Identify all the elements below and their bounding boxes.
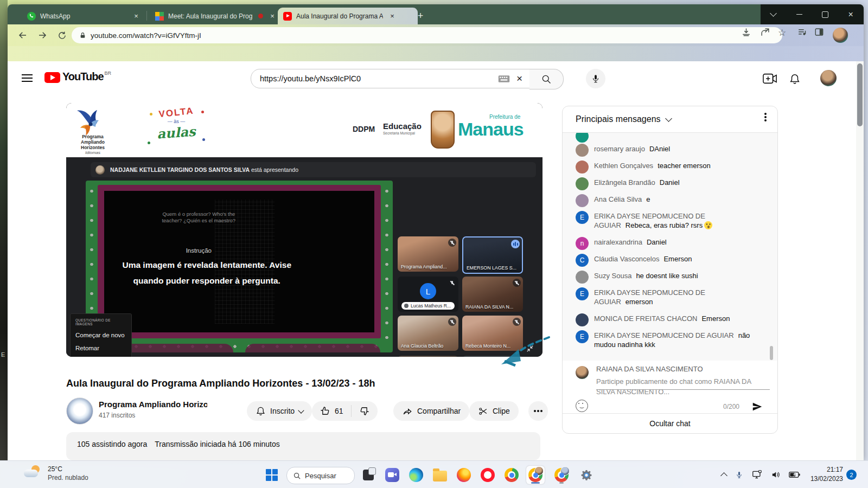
chrome-profile-1-active[interactable] [526,466,545,484]
taskbar-clock[interactable]: 21:17 13/02/2023 [802,465,843,484]
bookmark-star-icon[interactable]: ☆ [778,27,789,38]
chat-author[interactable]: Ana Célia Silva [594,195,642,203]
subscribed-button[interactable]: Inscrito [247,401,312,421]
tab-youtube-active[interactable]: Aula Inaugural do Programa Amp × [278,8,418,24]
media-controls-icon[interactable] [797,27,808,38]
hidden-icons-chevron[interactable] [720,472,727,479]
task-view-button[interactable] [359,466,378,484]
new-tab-button[interactable]: + [413,9,427,23]
chevron-down-icon[interactable] [665,115,672,122]
chat-author[interactable]: MONICA DE FREITAS CHACON [594,314,697,323]
avatar[interactable] [576,144,589,157]
file-explorer-icon[interactable] [431,466,449,484]
chat-message-list[interactable]: rosemary araujoDAniel Kethlen Gonçalvest… [563,133,777,361]
notification-badge[interactable]: 2 [846,470,857,480]
chat-scrollbar[interactable] [770,346,773,360]
chat-author[interactable]: ERIKA DAYSE NEPOMUCENO DE AGUIAR [594,331,734,339]
url-text[interactable]: youtube.com/watch?v=iGfVYftm-jI [91,31,201,40]
avatar[interactable]: E [576,287,589,300]
address-bar[interactable]: youtube.com/watch?v=iGfVYftm-jI [72,27,782,43]
reload-button[interactable] [55,29,68,42]
avatar[interactable] [576,194,589,207]
video-title: Aula Inaugural do Programa Ampliando Hor… [66,378,522,389]
tray-mic-icon[interactable] [735,471,743,479]
install-icon[interactable] [741,27,752,38]
browser-menu-icon[interactable] [852,30,863,41]
chat-author[interactable]: Kethlen Gonçalves [594,162,653,170]
chrome-profile-2[interactable] [552,466,571,484]
avatar[interactable] [576,271,589,284]
tab-close-icon[interactable]: × [131,11,141,21]
browser-profile-avatar[interactable] [833,28,848,43]
chat-author[interactable]: Suzy Sousa [594,272,631,280]
avatar[interactable] [576,177,589,190]
avatar[interactable]: E [576,330,589,343]
maximize-button[interactable] [812,4,838,24]
tab-whatsapp[interactable]: WhatsApp × [22,8,154,24]
keyboard-icon[interactable] [498,75,510,83]
like-button[interactable]: 61 [312,401,351,421]
hide-chat-button[interactable]: Ocultar chat [563,413,777,433]
clear-search-icon[interactable]: × [516,73,522,85]
guide-menu-icon[interactable] [22,74,33,82]
create-video-icon[interactable] [763,73,777,84]
account-avatar[interactable] [820,70,837,86]
chat-input-field[interactable]: Participe publicamente do chat como RAIA… [596,376,759,397]
search-button[interactable] [529,69,564,89]
taskbar-weather-widget[interactable]: 25°C Pred. nublado [24,465,88,482]
teams-chat-button[interactable] [383,466,401,484]
tab-meet[interactable]: Meet: Aula Inaugural do Prog × [150,8,285,24]
youtube-logo[interactable]: YouTube BR [44,70,111,83]
chat-author[interactable]: Elizângela Brandão [594,178,655,187]
lock-icon[interactable] [79,31,86,40]
tray-display-icon[interactable] [752,470,762,479]
dislike-button[interactable] [352,401,378,421]
collapse-icon[interactable] [526,345,534,352]
tray-battery-icon[interactable] [789,471,800,478]
minimize-button[interactable] [787,4,813,24]
menu-item-restart[interactable]: Começar de novo [71,329,131,342]
video-player[interactable]: Programa Ampliando Horizontes Idiomas VO… [66,103,542,357]
back-button[interactable] [16,29,29,42]
taskbar-search[interactable]: Pesquisar [286,467,355,484]
avatar[interactable] [576,160,589,174]
notifications-bell-icon[interactable] [789,73,801,85]
tray-volume-icon[interactable] [771,470,780,479]
firefox-icon[interactable] [455,466,473,484]
avatar[interactable] [576,313,589,326]
search-value[interactable]: https://youtu.be/yNsx9IcPlC0 [260,74,498,83]
chat-filter-label[interactable]: Principais mensagens [576,114,661,124]
channel-avatar[interactable] [66,397,93,425]
avatar[interactable] [576,366,589,379]
channel-name[interactable]: Programa Ampliando Horizo... [99,400,207,409]
avatar[interactable]: E [576,211,589,224]
side-panel-icon[interactable] [814,27,825,38]
chat-menu-icon[interactable] [764,116,767,118]
send-icon[interactable] [751,401,763,413]
chat-author[interactable]: Cláudia Vasconcelos [594,255,659,263]
settings-gear-icon[interactable] [577,466,596,484]
page-scrollbar[interactable] [856,61,864,460]
opera-icon[interactable] [478,466,497,484]
tab-close-icon[interactable]: × [387,11,397,21]
avatar[interactable]: C [576,254,589,267]
tab-close-icon[interactable]: × [267,11,277,21]
share-icon[interactable] [760,27,771,38]
chat-author[interactable]: rosemary araujo [594,145,645,153]
close-button[interactable]: × [838,4,864,24]
chat-author[interactable]: nairalexandrina [594,238,642,246]
tab-search-button[interactable] [761,4,787,24]
edge-browser-icon[interactable] [407,466,425,484]
emoji-icon[interactable] [576,400,588,412]
start-button[interactable] [263,466,281,484]
chrome-icon[interactable] [502,466,521,484]
page-scrollbar-thumb[interactable] [857,63,863,126]
clip-button[interactable]: Clipe [469,401,519,421]
more-actions-button[interactable] [528,401,548,421]
menu-item-resume[interactable]: Retomar [71,342,131,355]
voice-search-icon[interactable] [586,69,605,88]
share-button[interactable]: Compartilhar [393,401,469,421]
forward-button[interactable] [36,29,49,42]
search-input[interactable]: https://youtu.be/yNsx9IcPlC0 × [251,69,531,88]
avatar[interactable]: n [576,237,589,250]
